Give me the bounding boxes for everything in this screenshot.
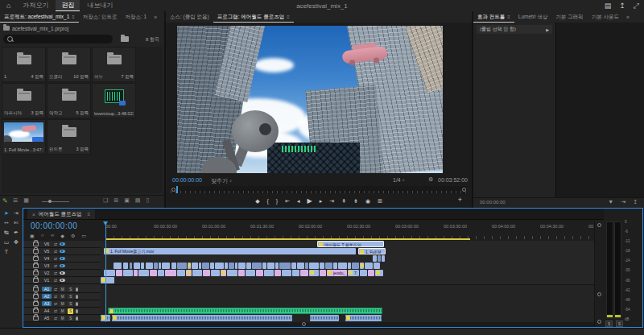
linked-selection-icon[interactable]: ∞ <box>51 233 54 238</box>
clip[interactable] <box>345 315 382 321</box>
timeline-settings-icon[interactable]: ⚙ <box>71 233 75 238</box>
clip[interactable] <box>114 263 122 269</box>
clip[interactable] <box>310 315 339 321</box>
add-marker-icon[interactable]: ◆ <box>60 233 64 238</box>
extract-button[interactable]: ⇟ <box>353 198 358 205</box>
sync-lock-icon[interactable]: ⇄ <box>54 316 57 321</box>
clip[interactable] <box>177 270 185 276</box>
clip[interactable] <box>291 263 296 269</box>
filter-icon[interactable]: ▼ <box>608 199 613 205</box>
program-video-frame[interactable] <box>177 26 443 173</box>
clip[interactable] <box>275 270 281 276</box>
clip[interactable] <box>360 270 367 276</box>
clip[interactable] <box>348 263 351 269</box>
clip[interactable] <box>264 270 274 276</box>
project-item-folder[interactable]: 악학교5 항목 <box>47 83 91 118</box>
project-item-audio[interactable]: lovemixup...3:48.02176 <box>92 83 136 118</box>
thumbnail-zoom-slider[interactable] <box>42 201 69 202</box>
clip[interactable] <box>305 263 308 269</box>
clip[interactable] <box>123 270 133 276</box>
add-marker-button[interactable]: ◆ <box>255 198 259 205</box>
clip[interactable] <box>203 270 210 276</box>
clip[interactable] <box>146 263 153 269</box>
tab-Lumetri 색상[interactable]: Lumetri 색상 <box>514 12 551 22</box>
clip[interactable]: 에어월드 T 클로즈업 <box>317 241 384 247</box>
timeline-timecode[interactable]: 00:00:00:00 <box>31 221 77 230</box>
track-output-eye-icon[interactable] <box>60 257 65 260</box>
clip[interactable] <box>227 270 237 276</box>
quick-export-icon[interactable]: ↥ <box>619 2 625 10</box>
panel-menu-icon[interactable]: ≡ <box>287 14 290 19</box>
clip[interactable] <box>262 263 266 269</box>
clip[interactable] <box>374 263 380 269</box>
lock-icon[interactable] <box>33 249 39 254</box>
clear-icon[interactable]: ▯ <box>146 197 149 204</box>
clip[interactable] <box>211 270 220 276</box>
no-clip-header[interactable]: (클립 선택 안 함) ▶ <box>477 25 552 34</box>
clip[interactable] <box>150 270 157 276</box>
voiceover-mic-icon[interactable] <box>76 302 78 306</box>
track-header-A5[interactable]: A5⇄MS <box>23 315 101 322</box>
clip[interactable] <box>282 270 291 276</box>
timeline-ruler[interactable]: 00:0000:00:30:0000:01:00:0000:01:30:0000… <box>101 221 594 239</box>
slip-tool[interactable]: ↹ <box>2 230 11 236</box>
clip[interactable]: 1. Full M <box>358 248 386 254</box>
project-item-video[interactable]: 1. Full Movie...3:47:17 <box>2 119 46 155</box>
razor-tool[interactable]: ✄ <box>11 220 21 226</box>
monitor-playhead[interactable] <box>176 186 178 193</box>
sync-lock-icon[interactable]: ⇄ <box>54 278 57 283</box>
solo-button[interactable]: S <box>68 308 73 314</box>
clip[interactable] <box>365 263 373 269</box>
clip[interactable] <box>229 263 234 269</box>
mute-button[interactable]: M <box>60 301 65 307</box>
voiceover-mic-icon[interactable] <box>76 309 78 313</box>
project-item-folder[interactable]: 아프시아3 항목 <box>2 83 46 118</box>
clip[interactable] <box>292 270 299 276</box>
tab-기본 사운드[interactable]: 기본 사운드 <box>588 12 623 22</box>
clip[interactable] <box>325 263 332 269</box>
clip[interactable] <box>246 270 255 276</box>
tab-overflow-icon[interactable]: » <box>151 14 160 20</box>
clip[interactable] <box>154 263 158 269</box>
mute-button[interactable]: M <box>60 316 65 321</box>
mute-button[interactable]: M <box>60 287 65 292</box>
project-item-folder[interactable]: 인트로3 항목 <box>47 119 91 155</box>
lock-icon[interactable] <box>33 242 39 246</box>
clip[interactable] <box>101 277 114 283</box>
solo-button[interactable]: S <box>68 316 73 321</box>
snap-icon[interactable]: ∩ <box>41 233 44 238</box>
voiceover-mic-icon[interactable] <box>76 316 78 321</box>
lock-icon[interactable] <box>33 271 39 275</box>
pen-tool[interactable]: ✒ <box>11 230 21 236</box>
play-around-icon[interactable]: ⇥ <box>621 199 625 205</box>
project-breadcrumb[interactable]: acefestival_mix_1.prproj <box>3 24 68 32</box>
nest-source-icon[interactable]: ▣ <box>30 233 35 238</box>
clip[interactable] <box>338 263 347 269</box>
clip[interactable] <box>225 263 228 269</box>
clip[interactable] <box>165 270 176 276</box>
clip[interactable] <box>158 270 164 276</box>
rectangle-tool[interactable]: ▭ <box>2 239 11 246</box>
clip[interactable] <box>186 270 192 276</box>
sync-lock-icon[interactable]: ⇄ <box>54 301 57 306</box>
tab-저장소: 1[interactable]: 저장소: 1 <box>121 12 151 22</box>
clip[interactable] <box>375 270 383 276</box>
clip[interactable] <box>246 263 251 269</box>
clip[interactable]: 1. Full Movie물고기.mov <box>104 248 356 254</box>
clip[interactable] <box>123 263 128 269</box>
hand-tool[interactable]: ✥ <box>11 239 21 246</box>
clip[interactable] <box>116 270 122 276</box>
scrub-handle-left[interactable] <box>171 188 175 192</box>
clip[interactable] <box>279 263 291 269</box>
sync-lock-icon[interactable]: ⇄ <box>54 249 57 254</box>
lock-icon[interactable] <box>33 256 39 261</box>
clip[interactable] <box>333 263 337 269</box>
search-input[interactable] <box>3 35 113 43</box>
find-icon[interactable]: ⊞ <box>114 197 118 204</box>
clip[interactable]: jeodu_ <box>327 270 347 276</box>
meter-solo-button[interactable]: S <box>605 321 613 327</box>
clip[interactable] <box>202 263 209 269</box>
meter-solo-button[interactable]: S <box>616 321 623 327</box>
panel-menu-icon[interactable]: ≡ <box>507 14 510 19</box>
new-bin-icon[interactable]: ▣ <box>124 197 130 204</box>
